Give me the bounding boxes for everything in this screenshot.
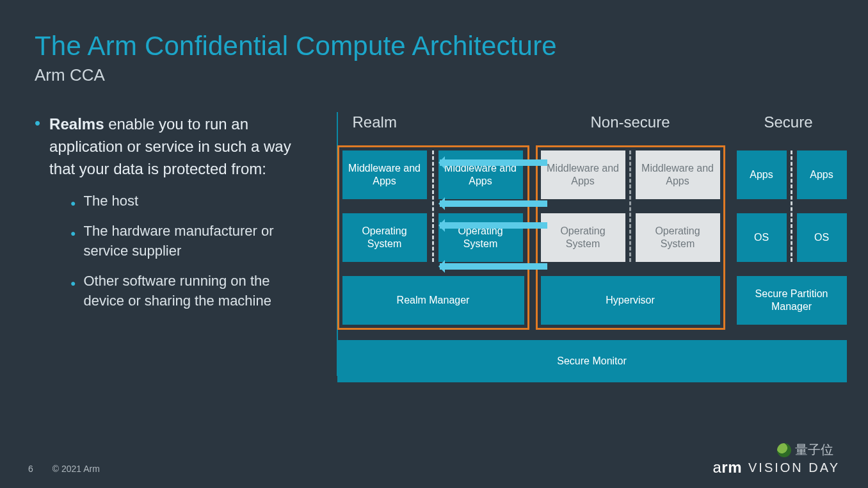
sub-bullet-text: The host (83, 191, 138, 211)
box-realm-manager: Realm Manager (342, 276, 524, 325)
box-hypervisor: Hypervisor (541, 276, 720, 325)
box-secure-partition-manager: Secure Partition Manager (737, 276, 847, 325)
wechat-icon (777, 443, 791, 457)
architecture-diagram: Realm Non-secure Secure Middleware and A… (337, 113, 833, 321)
bullet-dot-icon: ● (70, 227, 76, 261)
brand-mark: arm VISION DAY (712, 459, 840, 476)
slide-subtitle: Arm CCA (35, 65, 833, 85)
box-realm-middleware-2: Middleware and Apps (438, 150, 523, 199)
sub-bullet: ●Other software running on the device or… (70, 272, 296, 311)
main-bullet: • Realms enable you to run an applicatio… (35, 113, 296, 180)
slide-title: The Arm Confidential Compute Architectur… (35, 31, 833, 61)
brand-tagline: VISION DAY (748, 460, 840, 475)
bullet-dot-icon: ● (70, 197, 76, 211)
sub-bullet-text: Other software running on the device or … (83, 272, 296, 311)
migration-arrow-icon (440, 222, 547, 229)
sub-bullet: ●The hardware manufacturer or service su… (70, 222, 296, 261)
box-secure-monitor: Secure Monitor (337, 340, 847, 382)
slide-footer: 6 © 2021 Arm (28, 464, 100, 474)
watermark-text: 量子位 (795, 441, 833, 459)
box-realm-middleware-1: Middleware and Apps (342, 150, 427, 199)
migration-arrow-icon (440, 200, 547, 207)
bullet-dot-icon: • (35, 113, 40, 180)
box-secure-os-1: OS (737, 213, 787, 262)
migration-arrow-icon (440, 263, 547, 270)
copyright: © 2021 Arm (52, 464, 100, 474)
box-ns-middleware-2: Middleware and Apps (636, 150, 720, 199)
column-header-nonsecure: Non-secure (541, 113, 720, 131)
ns-partition-divider (629, 150, 631, 262)
column-header-secure: Secure (741, 113, 837, 131)
arm-logo: arm (712, 459, 742, 476)
secure-partition-divider (791, 150, 792, 262)
box-ns-os-1: Operating System (541, 213, 625, 262)
box-secure-apps-2: Apps (797, 150, 847, 199)
box-ns-middleware-1: Middleware and Apps (541, 150, 625, 199)
column-header-realm: Realm (353, 113, 455, 131)
migration-arrow-icon (440, 159, 547, 166)
box-realm-os-1: Operating System (342, 213, 427, 262)
sub-bullet: ●The host (70, 191, 296, 211)
main-bullet-text: Realms enable you to run an application … (49, 113, 296, 180)
watermark: 量子位 (777, 441, 833, 459)
sub-bullet-text: The hardware manufacturer or service sup… (83, 222, 296, 261)
box-secure-apps-1: Apps (737, 150, 787, 199)
bullet-dot-icon: ● (70, 277, 76, 311)
box-realm-os-2: Operating System (438, 213, 523, 262)
box-secure-os-2: OS (797, 213, 847, 262)
main-bullet-bold: Realms (49, 115, 104, 133)
page-number: 6 (28, 464, 33, 474)
text-column: • Realms enable you to run an applicatio… (35, 113, 312, 321)
box-ns-os-2: Operating System (636, 213, 720, 262)
